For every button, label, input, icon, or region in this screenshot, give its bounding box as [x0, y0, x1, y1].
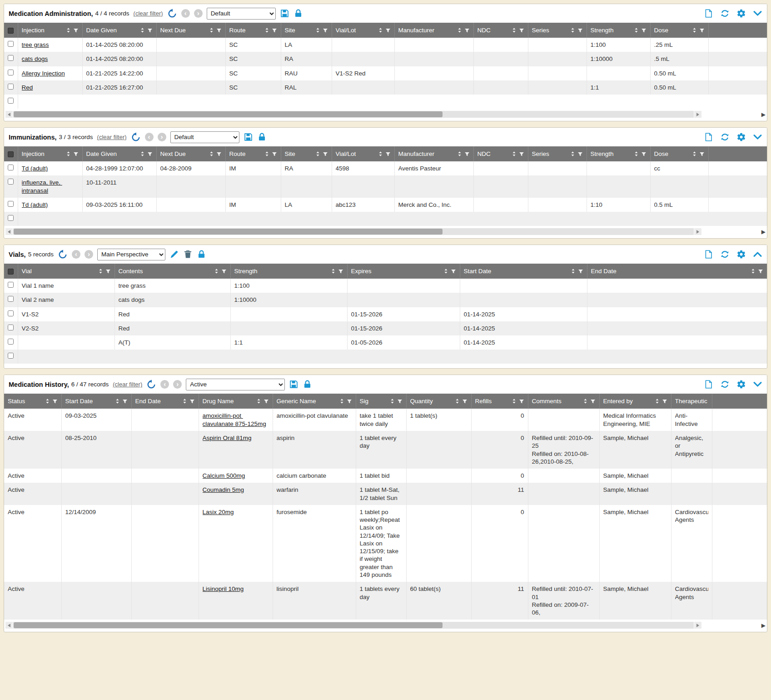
horizontal-scrollbar[interactable]: ▶: [5, 111, 766, 118]
column-header-date-given[interactable]: Date Given: [82, 23, 156, 38]
sort-icon[interactable]: [66, 27, 71, 33]
sort-icon[interactable]: [209, 27, 214, 33]
filter-icon[interactable]: [464, 151, 470, 157]
sort-icon[interactable]: [583, 398, 588, 404]
record-link[interactable]: cats dogs: [22, 55, 48, 62]
undo-icon[interactable]: [167, 9, 177, 19]
delete-trash-icon[interactable]: [183, 250, 193, 259]
collapse-chevron-icon[interactable]: [753, 380, 762, 389]
column-header-site[interactable]: Site: [281, 23, 332, 38]
scrollbar-thumb[interactable]: [14, 622, 443, 628]
column-header-quantity[interactable]: Quantity: [406, 394, 471, 409]
column-header-strength[interactable]: Strength: [587, 146, 650, 161]
sort-icon[interactable]: [634, 151, 639, 157]
filter-icon[interactable]: [577, 28, 583, 33]
sort-icon[interactable]: [214, 268, 219, 274]
filter-icon[interactable]: [519, 399, 524, 404]
refresh-icon[interactable]: [720, 9, 730, 18]
settings-gear-icon[interactable]: [736, 250, 746, 259]
filter-icon[interactable]: [323, 28, 328, 33]
column-header-sig[interactable]: Sig: [356, 394, 406, 409]
column-header-dose[interactable]: Dose: [650, 23, 708, 38]
column-header-series[interactable]: Series: [528, 146, 587, 161]
filter-icon[interactable]: [323, 151, 328, 157]
filter-icon[interactable]: [641, 28, 647, 33]
sort-icon[interactable]: [378, 151, 383, 157]
perspective-select[interactable]: Main Perspective: [97, 249, 165, 260]
scroll-right-arrow[interactable]: [694, 228, 701, 235]
column-header-start-date[interactable]: Start Date: [460, 264, 587, 279]
row-checkbox[interactable]: [8, 41, 14, 47]
previous-record-button[interactable]: ‹: [181, 9, 190, 18]
record-link[interactable]: Lisinopril 10mg: [203, 585, 244, 592]
select-all-checkbox[interactable]: [8, 269, 14, 275]
filter-icon[interactable]: [52, 399, 58, 404]
select-all-checkbox[interactable]: [8, 151, 14, 157]
filter-icon[interactable]: [216, 28, 222, 33]
column-header-manufacturer[interactable]: Manufacturer: [394, 146, 473, 161]
sort-icon[interactable]: [315, 151, 320, 157]
filter-icon[interactable]: [519, 151, 524, 157]
record-link[interactable]: Calcium 500mg: [203, 472, 245, 479]
record-link[interactable]: amoxicillin-pot clavulanate 875-125mg: [203, 412, 266, 427]
save-icon[interactable]: [289, 380, 298, 389]
column-header-dose[interactable]: Dose: [650, 146, 708, 161]
record-link[interactable]: tree grass: [22, 41, 49, 48]
lock-icon[interactable]: [293, 9, 303, 18]
select-all-checkbox[interactable]: [8, 28, 14, 34]
lock-icon[interactable]: [197, 250, 206, 259]
column-header-end-date[interactable]: End Date: [587, 264, 767, 279]
filter-icon[interactable]: [73, 28, 79, 33]
perspective-select[interactable]: Default: [170, 131, 239, 143]
sort-icon[interactable]: [457, 151, 462, 157]
sort-icon[interactable]: [512, 151, 517, 157]
undo-icon[interactable]: [146, 380, 156, 390]
next-record-button[interactable]: ›: [85, 250, 93, 259]
filter-icon[interactable]: [662, 399, 667, 404]
settings-gear-icon[interactable]: [736, 9, 746, 18]
record-link[interactable]: influenza, live, intranasal: [22, 179, 62, 194]
refresh-icon[interactable]: [720, 380, 730, 389]
sort-icon[interactable]: [209, 151, 214, 157]
new-document-icon[interactable]: [704, 132, 713, 142]
sort-icon[interactable]: [571, 268, 576, 274]
column-header-date-given[interactable]: Date Given: [82, 146, 156, 161]
column-header-site[interactable]: Site: [281, 146, 332, 161]
column-header-refills[interactable]: Refills: [471, 394, 528, 409]
column-header-generic-name[interactable]: Generic Name: [273, 394, 356, 409]
sort-icon[interactable]: [264, 27, 269, 33]
sort-icon[interactable]: [140, 27, 145, 33]
column-header-injection[interactable]: Injection: [18, 23, 82, 38]
filter-icon[interactable]: [264, 399, 269, 404]
filter-icon[interactable]: [272, 151, 277, 157]
filter-icon[interactable]: [462, 399, 468, 404]
column-header-drug-name[interactable]: Drug Name: [199, 394, 273, 409]
column-header-ndc[interactable]: NDC: [473, 23, 528, 38]
filter-icon[interactable]: [758, 269, 763, 274]
sort-icon[interactable]: [634, 27, 639, 33]
column-header-entered-by[interactable]: Entered by: [599, 394, 671, 409]
filter-icon[interactable]: [347, 399, 352, 404]
undo-icon[interactable]: [131, 132, 141, 142]
record-link[interactable]: Lasix 20mg: [203, 509, 234, 515]
next-record-button[interactable]: ›: [173, 380, 182, 389]
record-link[interactable]: Red: [22, 84, 33, 91]
row-checkbox[interactable]: [8, 310, 14, 316]
undo-icon[interactable]: [58, 250, 68, 260]
sort-icon[interactable]: [751, 268, 756, 274]
refresh-icon[interactable]: [720, 132, 730, 142]
sort-icon[interactable]: [115, 398, 120, 404]
row-checkbox[interactable]: [8, 353, 14, 359]
clear-filter-link[interactable]: (clear filter): [134, 10, 163, 17]
edit-pencil-icon[interactable]: [169, 250, 179, 259]
scrollbar-thumb[interactable]: [14, 111, 443, 117]
sort-icon[interactable]: [570, 27, 575, 33]
column-header-route[interactable]: Route: [225, 146, 281, 161]
filter-icon[interactable]: [641, 151, 647, 157]
filter-icon[interactable]: [451, 269, 456, 274]
sort-icon[interactable]: [570, 151, 575, 157]
expand-chevron-icon[interactable]: [753, 250, 762, 259]
perspective-select[interactable]: Default: [207, 8, 276, 20]
sort-icon[interactable]: [512, 27, 517, 33]
filter-icon[interactable]: [519, 28, 524, 33]
